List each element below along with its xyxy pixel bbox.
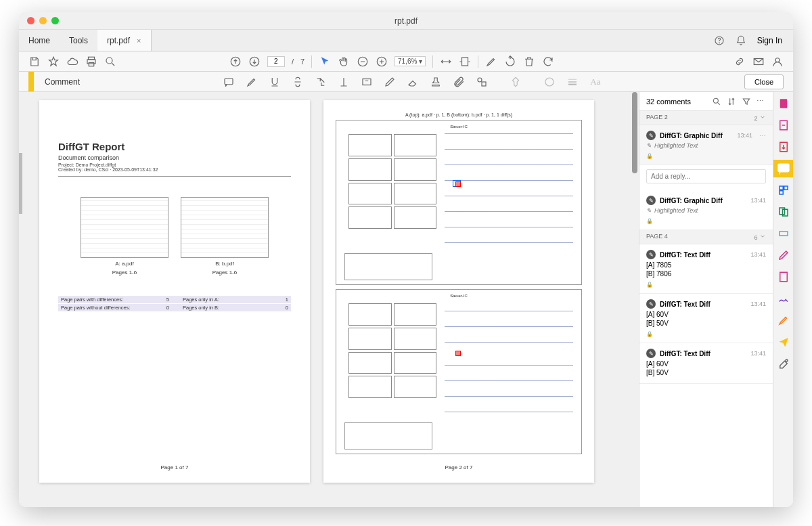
svg-rect-14	[363, 79, 371, 85]
search-comments-icon[interactable]	[712, 97, 721, 106]
rail-export-pdf-icon[interactable]	[777, 141, 790, 153]
report-title: DiffGT Report	[58, 141, 291, 152]
text-replace-icon[interactable]	[315, 76, 327, 88]
page-footer: Page 1 of 7	[39, 464, 310, 470]
rail-create-pdf-icon[interactable]	[777, 97, 790, 110]
rail-combine-icon[interactable]	[777, 206, 790, 218]
text-strikethrough-icon[interactable]	[292, 76, 304, 88]
rail-redact-icon[interactable]	[777, 227, 790, 240]
zoom-select[interactable]: 71,6% ▾	[394, 56, 426, 66]
rail-protect-icon[interactable]	[777, 249, 790, 261]
pin-icon[interactable]	[510, 76, 522, 88]
tab-bar: Home Tools rpt.pdf × Sign In	[19, 30, 793, 51]
link-icon[interactable]	[734, 56, 746, 68]
print-icon[interactable]	[85, 56, 97, 68]
page-number-input[interactable]	[267, 56, 285, 67]
reply-input[interactable]	[646, 169, 766, 183]
search-icon[interactable]	[104, 56, 116, 68]
trash-icon[interactable]	[523, 56, 535, 68]
color-icon[interactable]	[543, 76, 556, 88]
comment-item[interactable]: ✎ DiffGT: Text Diff 13:41 [A] 60V [B] 50…	[639, 343, 773, 384]
comment-badge-icon: ✎	[646, 196, 656, 205]
titlebar: rpt.pdf	[19, 12, 793, 30]
fit-width-icon[interactable]	[440, 56, 452, 68]
filter-icon[interactable]	[742, 97, 751, 106]
svg-point-30	[786, 359, 788, 361]
rail-send-icon[interactable]	[777, 336, 790, 348]
fit-page-icon[interactable]	[459, 56, 471, 68]
zoom-in-icon[interactable]	[376, 56, 388, 68]
stamp-icon[interactable]	[430, 76, 442, 88]
rotate-icon[interactable]	[504, 56, 516, 68]
comment-badge-icon: ✎	[646, 349, 656, 358]
page-up-icon[interactable]	[229, 56, 242, 68]
svg-rect-4	[89, 62, 94, 66]
highlight-icon[interactable]	[485, 56, 497, 68]
lock-icon: 🔒	[646, 153, 766, 159]
doc-scrollbar[interactable]	[632, 92, 637, 173]
sticky-note-icon[interactable]	[223, 76, 235, 88]
comment-toolbar-label: Comment	[45, 77, 80, 87]
sort-icon[interactable]	[727, 97, 736, 106]
svg-rect-24	[784, 186, 787, 190]
left-rail-scroll[interactable]	[19, 153, 22, 214]
rail-comment-icon[interactable]	[773, 160, 794, 177]
undo-icon[interactable]	[542, 56, 554, 68]
svg-rect-22	[777, 163, 789, 172]
sign-in-button[interactable]: Sign In	[757, 36, 782, 45]
comment-group-page4[interactable]: PAGE 4 6	[639, 230, 773, 244]
report-project: Project: Demo Project.diffgt	[58, 162, 291, 167]
rail-sign-icon[interactable]	[777, 314, 790, 326]
svg-point-5	[106, 58, 112, 64]
tab-home[interactable]: Home	[19, 30, 60, 51]
close-tab-icon[interactable]: ×	[137, 37, 141, 45]
cloud-icon[interactable]	[66, 56, 78, 68]
font-icon[interactable]: Aa	[589, 76, 602, 88]
stats-table: Page pairs with differences:5Pages only …	[58, 296, 291, 311]
text-underline-icon[interactable]	[269, 76, 281, 88]
highlighter-icon[interactable]	[246, 76, 258, 88]
document-viewport[interactable]: DiffGT Report Document comparison Projec…	[19, 92, 639, 507]
annotation-tools: Aa	[91, 76, 734, 88]
text-insert-icon[interactable]	[338, 76, 350, 88]
svg-rect-16	[482, 82, 486, 86]
rail-organize-icon[interactable]	[777, 184, 790, 196]
mail-icon[interactable]	[752, 56, 765, 68]
window-title: rpt.pdf	[19, 16, 793, 26]
bell-icon[interactable]	[736, 35, 746, 46]
rail-more-tools-icon[interactable]	[777, 357, 790, 370]
rail-edit-pdf-icon[interactable]	[777, 119, 790, 131]
comment-group-page2[interactable]: PAGE 2 2	[639, 111, 773, 125]
comment-item[interactable]: ✎ DiffGT: Text Diff 13:41 [A] 60V [B] 50…	[639, 294, 773, 343]
shapes-icon[interactable]	[476, 76, 488, 88]
rail-fill-sign-icon[interactable]	[777, 292, 790, 305]
tab-document[interactable]: rpt.pdf ×	[97, 30, 151, 51]
comment-menu-icon[interactable]: ⋯	[759, 132, 766, 139]
rail-compress-icon[interactable]	[777, 271, 790, 283]
lock-icon: 🔒	[646, 331, 766, 337]
hand-icon[interactable]	[338, 56, 350, 68]
tab-tools[interactable]: Tools	[60, 30, 97, 51]
pencil-icon[interactable]	[384, 76, 396, 88]
comment-item[interactable]: ✎ DiffGT: Graphic Diff 13:41 ⋯ ✎ Highlig…	[639, 125, 773, 165]
comment-highlight-label: ✎ Highlighted Text	[646, 142, 766, 149]
svg-point-15	[478, 78, 482, 82]
more-icon[interactable]: ⋯	[757, 97, 766, 106]
page-down-icon[interactable]	[248, 56, 261, 68]
line-width-icon[interactable]	[566, 76, 579, 88]
close-button[interactable]: Close	[744, 74, 784, 89]
zoom-out-icon[interactable]	[357, 56, 369, 68]
star-icon[interactable]	[47, 56, 60, 68]
svg-rect-19	[780, 99, 787, 108]
pointer-icon[interactable]	[319, 56, 331, 68]
save-icon[interactable]	[28, 56, 41, 68]
eraser-icon[interactable]	[407, 76, 419, 88]
comment-item[interactable]: ✎ DiffGT: Graphic Diff 13:41 ✎ Highlight…	[639, 190, 773, 230]
content-area: DiffGT Report Document comparison Projec…	[19, 92, 793, 507]
help-icon[interactable]	[714, 35, 725, 46]
profile-icon[interactable]	[771, 56, 784, 68]
attachment-icon[interactable]	[453, 76, 465, 88]
text-box-icon[interactable]	[361, 76, 373, 88]
right-rail	[773, 92, 793, 507]
comment-item[interactable]: ✎ DiffGT: Text Diff 13:41 [A] 7805 [B] 7…	[639, 244, 773, 294]
